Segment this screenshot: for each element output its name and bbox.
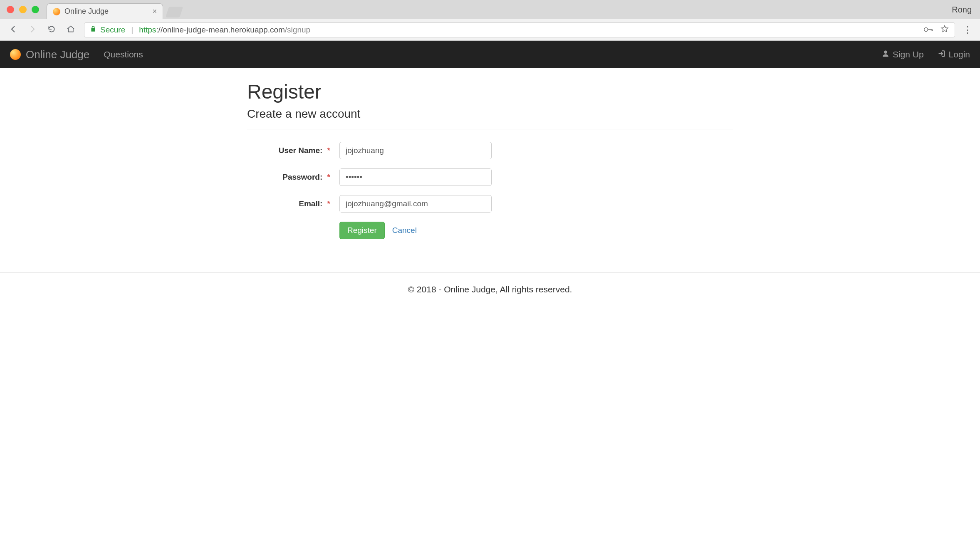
nav-links: Questions	[104, 49, 143, 59]
reload-button[interactable]	[46, 23, 57, 36]
password-label: Password: *	[247, 173, 330, 182]
tab-close-icon[interactable]: ×	[152, 7, 157, 16]
footer-text: © 2018 - Online Judge, All rights reserv…	[0, 273, 980, 308]
required-marker: *	[327, 199, 330, 208]
back-button[interactable]	[7, 23, 19, 36]
login-icon	[938, 50, 945, 59]
url-text: https://online-judge-mean.herokuapp.com/…	[139, 25, 310, 35]
home-icon	[67, 25, 75, 33]
forward-button	[27, 23, 38, 36]
arrow-left-icon	[9, 25, 17, 33]
page-container: Register Create a new account User Name:…	[247, 80, 733, 256]
email-input[interactable]	[339, 195, 492, 213]
reload-icon	[47, 25, 56, 33]
form-actions: Register Cancel	[339, 222, 733, 239]
arrow-right-icon	[28, 25, 37, 33]
browser-chrome: Online Judge × Rong Secure | https://onl…	[0, 0, 980, 41]
secure-label: Secure	[100, 25, 125, 35]
page-title: Register	[247, 80, 733, 103]
brand-logo-icon	[10, 49, 21, 60]
brand[interactable]: Online Judge	[10, 48, 89, 61]
user-icon	[882, 50, 889, 59]
window-controls	[7, 6, 39, 13]
brand-title: Online Judge	[26, 48, 89, 61]
nav-link-login[interactable]: Login	[938, 49, 970, 59]
nav-right: Sign Up Login	[882, 49, 970, 59]
form-row-email: Email: *	[247, 195, 733, 213]
page-subtitle: Create a new account	[247, 107, 733, 121]
password-input[interactable]	[339, 168, 492, 186]
chrome-profile-label[interactable]: Rong	[952, 5, 972, 15]
tab-favicon-icon	[53, 8, 60, 15]
divider	[247, 129, 733, 129]
lock-icon	[90, 25, 96, 34]
address-bar[interactable]: Secure | https://online-judge-mean.herok…	[84, 22, 955, 37]
window-maximize-icon[interactable]	[32, 6, 39, 13]
required-marker: *	[327, 173, 330, 181]
nav-link-login-label: Login	[949, 49, 970, 59]
window-minimize-icon[interactable]	[19, 6, 27, 13]
svg-point-0	[924, 27, 928, 31]
window-close-icon[interactable]	[7, 6, 14, 13]
nav-link-signup-label: Sign Up	[893, 49, 924, 59]
saved-password-icon[interactable]	[924, 25, 933, 35]
nav-link-signup[interactable]: Sign Up	[882, 49, 924, 59]
browser-tabbar: Online Judge × Rong	[0, 0, 980, 19]
required-marker: *	[327, 146, 330, 155]
new-tab-button[interactable]	[166, 7, 183, 17]
url-separator: |	[129, 25, 135, 35]
nav-link-questions[interactable]: Questions	[104, 49, 143, 59]
tab-title: Online Judge	[64, 7, 148, 16]
register-button[interactable]: Register	[339, 222, 385, 239]
username-label: User Name: *	[247, 146, 330, 155]
form-row-username: User Name: *	[247, 142, 733, 159]
browser-toolbar: Secure | https://online-judge-mean.herok…	[0, 19, 980, 41]
form-row-password: Password: *	[247, 168, 733, 186]
bookmark-star-icon[interactable]	[940, 25, 949, 35]
app-navbar: Online Judge Questions Sign Up Login	[0, 41, 980, 68]
chrome-menu-button[interactable]: ⋮	[963, 25, 973, 35]
username-input[interactable]	[339, 142, 492, 159]
cancel-link[interactable]: Cancel	[392, 226, 417, 235]
email-label: Email: *	[247, 199, 330, 208]
browser-tab[interactable]: Online Judge ×	[47, 3, 163, 19]
home-button[interactable]	[65, 23, 77, 36]
